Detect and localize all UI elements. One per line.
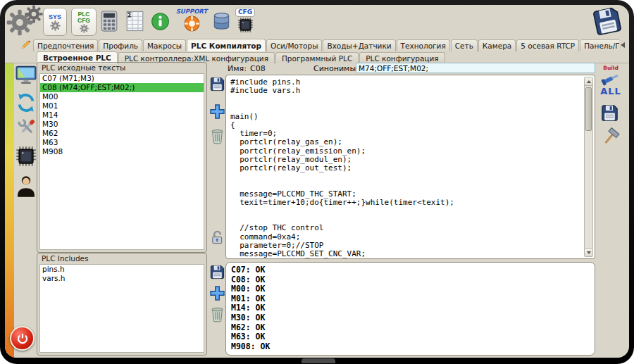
add-include-icon[interactable]: [209, 285, 225, 301]
sys-button[interactable]: SYS: [43, 8, 67, 36]
name-label: Имя:: [228, 64, 247, 73]
spreadsheet-icon[interactable]: [125, 9, 144, 33]
synonyms-input[interactable]: [356, 63, 595, 73]
save-all-icon[interactable]: [600, 103, 619, 123]
plc-source-item[interactable]: M62: [40, 129, 204, 138]
subtab-plc-configuration[interactable]: PLC конфигурация: [359, 52, 445, 63]
tab-5axis-rtcp[interactable]: 5 осевая RTCP: [516, 39, 579, 51]
plc-source-item[interactable]: M908: [40, 147, 204, 156]
lifebuoy-icon: [183, 15, 201, 32]
tab-network[interactable]: Сеть: [451, 39, 478, 51]
lock-icon[interactable]: [209, 229, 225, 246]
tab-inputs-sensors[interactable]: Входы+Датчики: [323, 39, 395, 51]
editor-scrollbar[interactable]: [584, 77, 593, 257]
console-line: M62: OK: [231, 323, 590, 333]
tab-profile[interactable]: Профиль: [99, 39, 142, 51]
screen-monitor-icon[interactable]: [15, 65, 37, 85]
synonyms-label: Синонимы:: [313, 64, 359, 73]
gear-icon: [50, 20, 61, 31]
console-line: C07: OK: [231, 265, 590, 275]
reload-arrows-icon[interactable]: [15, 92, 37, 113]
support-label: SUPPORT: [176, 8, 208, 15]
plc-sources-title: PLC исходные тексты: [42, 63, 125, 72]
calculator-icon[interactable]: [100, 9, 118, 33]
tab-scroll-arrow-icon[interactable]: [621, 42, 625, 48]
compiler-output-console: C07: OK C08: OK M00: OK M01: OK M14: OK …: [225, 262, 595, 356]
support-button[interactable]: SUPPORT: [173, 8, 211, 32]
delete-include-icon[interactable]: [209, 306, 225, 323]
power-icon: [15, 332, 30, 346]
console-line: M00: OK: [231, 284, 590, 294]
scroll-up-icon[interactable]: [585, 77, 592, 86]
console-line: M908: OK: [231, 342, 590, 352]
tab-camera[interactable]: Камера: [478, 39, 516, 51]
processor-chip-icon[interactable]: [15, 146, 37, 167]
user-icon[interactable]: [15, 174, 37, 197]
plc-source-item[interactable]: M63: [40, 138, 204, 147]
plc-source-item-selected[interactable]: C08 (M74;OFF;EST;M02;): [40, 83, 204, 92]
scroll-down-icon[interactable]: [585, 248, 592, 256]
console-line: M01: OK: [231, 294, 590, 304]
build-hammer-icon[interactable]: [600, 127, 620, 147]
cfg-button[interactable]: CFG: [233, 8, 257, 33]
build-label: Build: [603, 65, 619, 71]
gears-icon: [5, 5, 44, 40]
include-item[interactable]: pins.h: [40, 265, 204, 274]
cfg-chip-label: CFG: [235, 8, 255, 17]
app-window: SYS PLC CFG SUPP: [5, 5, 629, 358]
save-include-icon[interactable]: [209, 264, 225, 280]
drill-icon: [600, 71, 621, 87]
subtab-software-plc[interactable]: Программный PLC: [275, 52, 359, 63]
add-source-icon[interactable]: [209, 103, 225, 120]
window-frame: SYS PLC CFG SUPP: [0, 0, 634, 364]
info-icon[interactable]: [151, 12, 170, 31]
frame-notch: [302, 358, 335, 363]
code-editor: #include pins.h #include vars.h main() {…: [225, 75, 595, 259]
code-text[interactable]: #include pins.h #include vars.h main() {…: [230, 78, 582, 258]
delete-source-icon[interactable]: [209, 127, 225, 145]
name-value: C08: [250, 64, 266, 73]
pencil-icon: [20, 39, 31, 50]
console-line: M30: OK: [231, 313, 590, 323]
database-icon[interactable]: [212, 11, 231, 32]
console-line: C08: OK: [231, 275, 590, 285]
tools-icon[interactable]: [15, 116, 38, 139]
plc-source-item[interactable]: M30: [40, 120, 204, 129]
plc-includes-list: pins.h vars.h: [39, 264, 204, 353]
console-line: M14: OK: [231, 303, 590, 313]
include-item[interactable]: vars.h: [40, 274, 204, 283]
tab-macros[interactable]: Макросы: [143, 39, 186, 51]
console-line: M63: OK: [231, 332, 590, 342]
build-all-button[interactable]: Build ALL: [597, 65, 624, 102]
plc-includes-panel: PLC Includes pins.h vars.h: [37, 253, 207, 356]
save-config-icon[interactable]: [590, 5, 625, 39]
plc-source-item[interactable]: M00: [40, 92, 204, 101]
tab-plc-compiler[interactable]: PLC Компилятор: [187, 39, 266, 51]
scrollbar-thumb[interactable]: [585, 87, 592, 131]
plc-includes-title: PLC Includes: [42, 254, 89, 263]
main-tab-bar: Предпочтения Профиль Макросы PLC Компиля…: [33, 39, 619, 51]
tab-technology[interactable]: Технология: [397, 39, 450, 51]
plc-sources-panel: PLC исходные тексты C07 (M71;M3) C08 (M7…: [37, 62, 207, 253]
plc-sources-list: C07 (M71;M3) C08 (M74;OFF;EST;M02;) M00 …: [39, 73, 204, 250]
plc-source-item[interactable]: M01: [40, 101, 204, 111]
cfg-label: CFG: [77, 18, 90, 24]
tab-preferences[interactable]: Предпочтения: [33, 39, 98, 51]
plc-cfg-button[interactable]: PLC CFG: [71, 8, 97, 36]
tab-axes-motors[interactable]: Оси/Моторы: [266, 39, 322, 51]
rail-gradient-strip: [5, 63, 14, 358]
sys-label: SYS: [49, 13, 61, 20]
chip-icon: [237, 17, 254, 33]
build-all-label: ALL: [600, 87, 621, 96]
save-source-icon[interactable]: [209, 76, 225, 92]
tab-panel-pendant[interactable]: Панель/Пульт: [580, 39, 619, 51]
gear-icon: [80, 24, 89, 33]
power-button[interactable]: [10, 326, 35, 351]
plc-source-item[interactable]: C07 (M71;M3): [40, 74, 204, 83]
plc-source-item[interactable]: M14: [40, 111, 204, 120]
